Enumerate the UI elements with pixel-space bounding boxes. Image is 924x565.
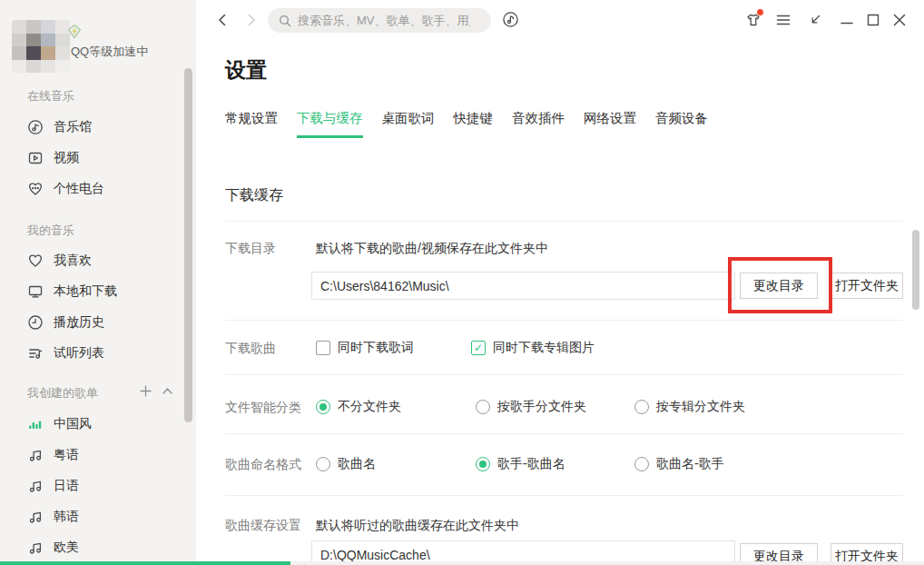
sidebar-item-label: 个性电台 — [54, 181, 104, 197]
sidebar-item-label: 音乐馆 — [54, 119, 92, 135]
search-input[interactable] — [298, 14, 470, 27]
open-folder-button[interactable]: 打开文件夹 — [831, 273, 903, 299]
sidebar-item-label: 视频 — [54, 150, 79, 166]
main-scrollbar[interactable] — [912, 230, 919, 310]
forward-arrow-icon[interactable] — [241, 10, 261, 30]
music-note-icon — [27, 509, 44, 525]
sidebar-item-video[interactable]: 视频 — [0, 143, 182, 173]
sidebar-item-play-history[interactable]: 播放历史 — [0, 307, 182, 338]
tab-audio-plugins[interactable]: 音效插件 — [512, 110, 565, 138]
sidebar-item-music-hall[interactable]: 音乐馆 — [0, 112, 182, 143]
tab-download-cache[interactable]: 下载与缓存 — [297, 110, 363, 138]
option-by-album-folder[interactable]: 按专辑分文件夹 — [634, 399, 745, 415]
option-label: 按专辑分文件夹 — [656, 399, 745, 415]
playlist-note-icon — [27, 345, 44, 362]
option-by-artist-folder[interactable]: 按歌手分文件夹 — [476, 399, 586, 415]
option-label: 歌曲名-歌手 — [656, 456, 724, 472]
monitor-icon — [27, 283, 44, 300]
main-menu-icon[interactable] — [775, 12, 791, 28]
checkbox-unchecked-icon[interactable] — [316, 341, 330, 355]
music-note-icon — [27, 540, 44, 556]
sidebar: QQ等级加速中 在线音乐 音乐馆 视频 个性电台 我的音乐 — [0, 0, 196, 565]
sidebar-playlist-western[interactable]: 欧美 — [0, 532, 182, 563]
sidebar-item-local-downloads[interactable]: 本地和下载 — [0, 276, 182, 307]
sidebar-playlist-chinese-style[interactable]: 中国风 — [0, 409, 182, 440]
divider — [225, 221, 903, 222]
music-hall-icon — [27, 119, 44, 135]
sidebar-scrollbar[interactable] — [184, 68, 192, 422]
now-playing-bars-icon — [27, 416, 44, 432]
user-avatar[interactable] — [12, 20, 70, 73]
music-note-icon — [27, 447, 44, 463]
minimize-icon[interactable] — [839, 12, 855, 28]
sidebar-item-label: 试听列表 — [54, 345, 104, 362]
option-artist-songname[interactable]: 歌手-歌曲名 — [476, 456, 565, 472]
sidebar-item-label: 欧美 — [54, 540, 79, 556]
radio-heart-icon — [27, 181, 44, 197]
radio-icon[interactable] — [476, 400, 490, 414]
sidebar-playlist-cantonese[interactable]: 粤语 — [0, 440, 182, 471]
sidebar-playlist-japanese[interactable]: 日语 — [0, 471, 182, 501]
sidebar-item-label: 粤语 — [54, 447, 79, 463]
tab-audio-devices[interactable]: 音频设备 — [655, 110, 708, 138]
radio-selected-icon[interactable] — [476, 457, 490, 471]
option-songname[interactable]: 歌曲名 — [316, 456, 376, 472]
cache-settings-desc: 默认将听过的歌曲缓存在此文件夹中 — [316, 518, 519, 534]
maximize-icon[interactable] — [865, 12, 881, 28]
notification-dot — [757, 9, 763, 15]
page-title: 设置 — [225, 56, 267, 84]
section-online-music: 在线音乐 — [27, 88, 74, 104]
skin-icon[interactable] — [745, 12, 762, 28]
tab-hotkeys[interactable]: 快捷键 — [454, 110, 494, 138]
created-playlists-header: 我创建的歌单 — [0, 384, 196, 402]
back-arrow-icon[interactable] — [212, 10, 232, 30]
collapse-chevron-icon[interactable] — [161, 384, 174, 398]
download-dir-desc: 默认将下载的歌曲/视频保存在此文件夹中 — [316, 241, 548, 257]
sidebar-item-my-favorites[interactable]: 我喜欢 — [0, 245, 182, 276]
file-classify-label: 文件智能分类 — [225, 400, 301, 416]
option-label: 不分文件夹 — [338, 399, 401, 415]
music-note-icon — [27, 478, 44, 494]
tab-desktop-lyrics[interactable]: 桌面歌词 — [382, 110, 435, 138]
sidebar-item-personal-radio[interactable]: 个性电台 — [0, 173, 182, 204]
playback-progress-bar[interactable] — [0, 561, 924, 565]
section-created-playlists: 我创建的歌单 — [27, 385, 98, 401]
radio-icon[interactable] — [634, 457, 649, 471]
sidebar-item-audition-list[interactable]: 试听列表 — [0, 338, 182, 369]
checkbox-checked-icon[interactable] — [471, 341, 486, 355]
video-icon — [27, 150, 44, 166]
divider — [225, 495, 903, 496]
sidebar-item-label: 日语 — [54, 478, 79, 494]
download-dir-label: 下载目录 — [225, 241, 276, 257]
tab-general[interactable]: 常规设置 — [225, 110, 278, 138]
search-box[interactable] — [268, 8, 491, 33]
download-dir-path-input[interactable] — [311, 272, 735, 300]
settings-tabs: 常规设置 下载与缓存 桌面歌词 快捷键 音效插件 网络设置 音频设备 — [225, 110, 708, 138]
sidebar-item-label: 播放历史 — [54, 314, 104, 331]
music-recognition-icon[interactable] — [501, 10, 520, 29]
radio-icon[interactable] — [634, 400, 649, 414]
divider — [225, 374, 903, 375]
option-no-folder[interactable]: 不分文件夹 — [316, 399, 401, 415]
naming-format-label: 歌曲命名格式 — [225, 457, 301, 473]
mini-mode-icon[interactable] — [807, 12, 823, 28]
tab-network[interactable]: 网络设置 — [584, 110, 636, 138]
clock-icon — [27, 314, 44, 331]
option-label: 歌曲名 — [338, 456, 376, 472]
sidebar-playlist-korean[interactable]: 韩语 — [0, 501, 182, 532]
section-my-music: 我的音乐 — [27, 223, 74, 239]
radio-icon[interactable] — [316, 457, 330, 471]
option-label: 同时下载专辑图片 — [493, 340, 595, 356]
add-playlist-icon[interactable] — [139, 384, 152, 398]
cache-settings-label: 歌曲缓存设置 — [225, 518, 301, 534]
option-download-lyrics[interactable]: 同时下载歌词 — [316, 340, 414, 356]
radio-selected-icon[interactable] — [316, 400, 330, 414]
close-icon[interactable] — [891, 12, 908, 28]
main-area: 设置 常规设置 下载与缓存 桌面歌词 快捷键 音效插件 网络设置 音频设备 下载… — [196, 0, 924, 565]
change-dir-button[interactable]: 更改目录 — [740, 273, 818, 299]
section-title-download-cache: 下载缓存 — [225, 186, 283, 205]
option-songname-artist[interactable]: 歌曲名-歌手 — [634, 456, 724, 472]
divider — [225, 320, 903, 321]
option-download-album-art[interactable]: 同时下载专辑图片 — [471, 340, 595, 356]
sidebar-item-label: 中国风 — [54, 416, 92, 432]
